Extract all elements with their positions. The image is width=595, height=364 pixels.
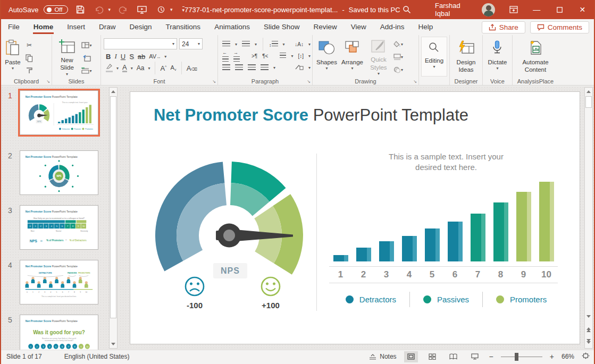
fit-slide-to-window-icon[interactable]	[582, 352, 590, 361]
tab-insert[interactable]: Insert	[60, 20, 92, 35]
rtl-direction-icon[interactable]: ¶<	[262, 53, 268, 59]
reset-slide-icon[interactable]	[80, 53, 93, 63]
share-button[interactable]: Share	[482, 21, 525, 33]
paste-button[interactable]: Paste ▾	[3, 37, 23, 77]
character-spacing-chevron[interactable]: ▾	[164, 54, 166, 59]
editing-button[interactable]: Editing ▾	[421, 37, 447, 77]
touch-mode-chevron[interactable]: ▾	[170, 7, 173, 12]
character-spacing-button[interactable]: AV↔	[149, 53, 161, 60]
thumbnail-scroll-down-arrow[interactable]	[110, 340, 117, 348]
ltr-direction-icon[interactable]: >¶	[252, 53, 257, 59]
paragraph-dialog-launcher[interactable]: ↘	[307, 79, 311, 84]
align-center-icon[interactable]	[235, 64, 243, 72]
zoom-in-button[interactable]: +	[550, 352, 554, 361]
thumbnail-scrollbar-thumb[interactable]	[110, 96, 116, 318]
chart-bar-7-passives[interactable]	[471, 214, 485, 261]
text-direction-chevron[interactable]: ▾	[308, 42, 311, 47]
legend-item-detractors[interactable]: Detractors	[332, 292, 409, 307]
shrink-font-button[interactable]: A˅	[170, 64, 176, 72]
undo-icon[interactable]	[93, 3, 106, 16]
new-slide-button[interactable]: New Slide ▾	[54, 37, 80, 77]
saved-status[interactable]: Saved to this PC	[349, 6, 400, 14]
start-slideshow-icon[interactable]	[135, 3, 149, 16]
design-ideas-button[interactable]: Design Ideas	[452, 37, 481, 77]
justify-chevron[interactable]: ▾	[273, 65, 275, 70]
font-color-button[interactable]: A	[122, 64, 127, 72]
chart-bar-4-detractors[interactable]	[402, 236, 417, 261]
main-vertical-scrollbar[interactable]	[584, 87, 593, 349]
text-shadow-button[interactable]: S	[129, 53, 134, 61]
search-icon[interactable]	[400, 3, 414, 16]
format-painter-icon[interactable]	[23, 65, 36, 76]
dictate-button[interactable]: Dictate ▾	[486, 37, 509, 77]
nps-gauge-graphic[interactable]: NPS -100 +100	[152, 155, 311, 320]
zoom-slider[interactable]	[501, 357, 542, 357]
line-spacing-chevron[interactable]: ▾	[283, 42, 285, 47]
justify-icon[interactable]	[261, 64, 269, 72]
maximize-button[interactable]	[548, 0, 571, 19]
tab-animations[interactable]: Animations	[207, 20, 257, 35]
touch-mouse-mode-icon[interactable]	[154, 3, 168, 16]
previous-slide-button[interactable]	[585, 327, 592, 332]
undo-dropdown-chevron[interactable]: ▾	[108, 7, 111, 12]
comments-button[interactable]: Comments	[530, 21, 589, 33]
align-right-icon[interactable]	[248, 64, 256, 72]
tab-design[interactable]: Design	[123, 20, 159, 35]
user-avatar[interactable]	[482, 3, 495, 16]
align-text-chevron[interactable]: ▾	[308, 54, 311, 58]
arrange-button[interactable]: Arrange ▾	[339, 37, 365, 77]
tab-review[interactable]: Review	[306, 20, 343, 35]
nps-bar-chart[interactable]	[326, 181, 566, 261]
highlight-chevron[interactable]: ▾	[116, 66, 119, 71]
tab-draw[interactable]: Draw	[92, 20, 123, 35]
bullets-chevron[interactable]: ▾	[235, 42, 237, 47]
legend-item-passives[interactable]: Passives	[409, 292, 482, 307]
cut-icon[interactable]: ✂	[23, 40, 36, 50]
minimize-button[interactable]: —	[525, 0, 548, 19]
columns-chevron[interactable]: ▾	[291, 54, 293, 58]
quick-access-toolbar-chevron[interactable]: ▾	[182, 6, 185, 13]
slide-title-textbox[interactable]: Net Promoter Score PowerPoint Template	[136, 106, 487, 125]
reading-view-button[interactable]	[447, 351, 460, 362]
chart-bar-1-detractors[interactable]	[333, 255, 348, 261]
quick-styles-button[interactable]: Quick Styles ▾	[365, 37, 392, 77]
convert-smartart-icon[interactable]	[295, 64, 304, 72]
zoom-level[interactable]: 66%	[562, 353, 574, 360]
chart-bar-6-detractors[interactable]	[448, 222, 463, 261]
drawing-dialog-launcher[interactable]: ↘	[413, 79, 417, 84]
shapes-chevron[interactable]: ▾	[326, 66, 328, 71]
tab-transitions[interactable]: Transitions	[159, 20, 208, 35]
clear-formatting-button[interactable]: A⌫	[187, 64, 197, 72]
main-scrollbar-thumb[interactable]	[585, 96, 592, 108]
shape-effects-icon[interactable]: ▾	[392, 64, 405, 75]
tab-view[interactable]: View	[344, 20, 373, 35]
main-scroll-down-arrow[interactable]	[585, 312, 592, 320]
autosave-toggle[interactable]: Off	[44, 5, 68, 14]
tab-help[interactable]: Help	[412, 20, 440, 35]
bullets-icon[interactable]	[222, 40, 230, 48]
notes-button[interactable]: Notes	[369, 353, 396, 360]
highlight-color-button[interactable]	[106, 64, 113, 72]
slide-layout-icon[interactable]: ▾	[80, 40, 93, 50]
sample-textbox[interactable]: This is a sample text. Insert your desir…	[326, 151, 566, 173]
font-dialog-launcher[interactable]: ↘	[212, 79, 216, 84]
save-icon[interactable]	[73, 3, 87, 16]
dictate-chevron[interactable]: ▾	[496, 66, 498, 71]
close-button[interactable]: ✕	[571, 0, 594, 19]
zoom-out-button[interactable]: −	[489, 352, 493, 361]
change-case-button[interactable]: Aa	[137, 64, 145, 72]
normal-view-button[interactable]	[404, 351, 418, 362]
strikethrough-button[interactable]: ab	[138, 53, 145, 61]
chart-bar-3-detractors[interactable]	[379, 241, 394, 261]
main-scroll-up-arrow[interactable]	[585, 88, 592, 96]
slideshow-view-button[interactable]	[468, 351, 482, 362]
shape-fill-icon[interactable]: ▾	[392, 39, 405, 49]
bold-button[interactable]: B	[106, 53, 111, 61]
slide-thumbnail-2[interactable]: Net Promoter Score PowerPoint Template N…	[20, 150, 98, 195]
user-name[interactable]: Farshad Iqbal	[435, 2, 476, 18]
ribbon-display-options-icon[interactable]	[502, 0, 525, 19]
numbering-icon[interactable]	[242, 40, 250, 48]
new-slide-chevron[interactable]: ▾	[66, 72, 68, 77]
redo-icon[interactable]	[116, 3, 130, 16]
tab-add-ins[interactable]: Add-ins	[373, 20, 412, 35]
